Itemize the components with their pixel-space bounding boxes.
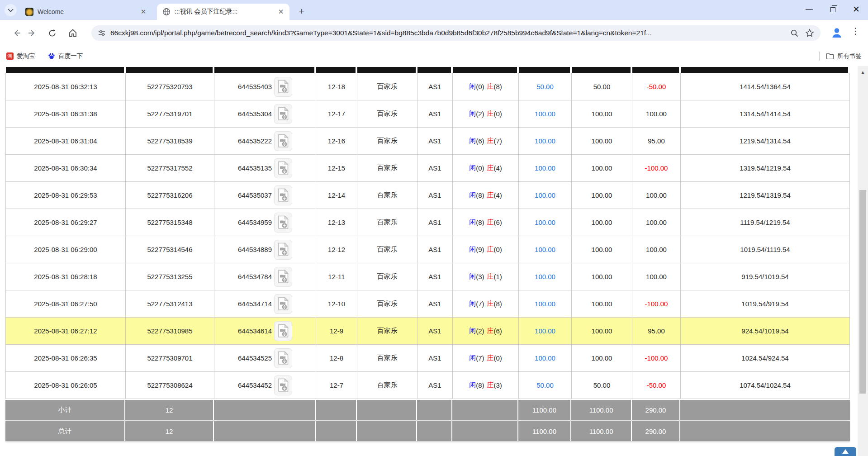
reload-button[interactable] [45,26,59,40]
table-row: 2025-08-31 06:26:05 522775308624 6445344… [6,372,850,399]
video-file-icon [277,134,289,148]
bet-id: 522775310985 [126,318,214,344]
banker-points: (0) [494,110,502,118]
win-loss: 95.00 [632,128,681,154]
bet-amount[interactable]: 100.00 [519,182,572,209]
restore-button[interactable] [821,0,844,18]
game-result: 闲(3)庄(1) [453,263,519,290]
bet-amount[interactable]: 100.00 [519,209,572,236]
win-loss: 100.00 [632,182,681,209]
folder-icon [826,52,834,60]
all-bookmarks-label: 所有书签 [837,52,862,60]
bookmark-taobao[interactable]: 淘 爱淘宝 [6,51,35,61]
round-id: 644534452 [238,381,272,389]
table-header-strip [6,67,850,73]
url-text: 66cxkj98.com/ipl/portal.php/game/betreco… [110,29,790,37]
bookmark-label: 爱淘宝 [17,52,35,60]
video-replay-button[interactable] [274,294,292,314]
banker-label: 庄 [487,354,494,362]
banker-points: (8) [494,300,502,308]
minimize-button[interactable]: — [797,0,821,18]
summary-win-loss: 290.00 [632,421,680,441]
back-button[interactable] [10,26,24,40]
scroll-top-button[interactable] [835,447,856,456]
profile-avatar-icon[interactable] [830,26,843,39]
account: AS1 [417,263,453,290]
vertical-scrollbar[interactable]: ▲ [858,66,868,456]
bet-amount[interactable]: 100.00 [519,100,572,127]
bet-amount[interactable]: 100.00 [519,345,572,371]
table-row: 2025-08-31 06:29:27 522775315348 6445349… [6,209,850,236]
new-tab-button[interactable]: + [295,5,308,18]
scrollbar-thumb[interactable] [859,190,866,394]
round-id: 644534714 [238,300,272,308]
bet-amount[interactable]: 100.00 [519,155,572,181]
video-replay-button[interactable] [274,213,292,233]
home-button[interactable] [66,26,80,40]
video-replay-button[interactable] [274,158,292,178]
game-result: 闲(0)庄(8) [453,73,519,100]
browser-menu-icon[interactable]: ⋮ [851,26,860,36]
win-loss: 100.00 [632,236,681,263]
bet-id: 522775312413 [126,290,214,317]
bet-amount[interactable]: 100.00 [519,236,572,263]
bookmark-baidu[interactable]: 百度一下 [48,51,83,61]
round-id: 644535037 [238,191,272,199]
address-bar[interactable]: 66cxkj98.com/ipl/portal.php/game/betreco… [91,25,821,41]
bet-time: 2025-08-31 06:29:27 [6,209,126,236]
tab-bet-record[interactable]: :::视讯 会员下注纪录::: ✕ [157,4,289,20]
round-id-cell: 644534614 [214,318,316,344]
round-id-cell: 644535304 [214,100,316,127]
account: AS1 [417,318,453,344]
round-id: 644534959 [238,218,272,226]
bet-amount[interactable]: 50.00 [519,372,572,399]
video-replay-button[interactable] [274,185,292,205]
balance: 919.54/1019.54 [681,263,850,290]
bet-time: 2025-08-31 06:31:04 [6,128,126,154]
game-result: 闲(8)庄(6) [453,209,519,236]
bookmark-star-icon[interactable] [805,28,814,38]
video-replay-button[interactable] [274,104,292,124]
bet-time: 2025-08-31 06:29:53 [6,182,126,209]
balance: 1119.54/1219.54 [681,209,850,236]
close-tab-icon[interactable]: ✕ [277,8,285,16]
round-id-cell: 644534889 [214,236,316,263]
all-bookmarks-button[interactable]: 所有书签 [819,51,862,61]
bet-amount[interactable]: 100.00 [519,290,572,317]
zoom-icon[interactable] [790,29,799,38]
bookmark-label: 百度一下 [58,52,83,60]
table-body: 2025-08-31 06:32:13 522775320793 6445354… [5,73,850,399]
video-replay-button[interactable] [274,348,292,368]
video-replay-button[interactable] [274,375,292,395]
scrollbar-up-arrow[interactable]: ▲ [858,70,868,75]
bet-amount[interactable]: 100.00 [519,128,572,154]
table-row: 2025-08-31 06:27:12 522775310985 6445346… [6,318,850,345]
tab-welcome[interactable]: Welcome ✕ [20,4,152,20]
round-id: 644535403 [238,83,272,90]
close-window-button[interactable]: ✕ [844,0,868,18]
video-replay-button[interactable] [274,77,292,97]
video-replay-button[interactable] [274,321,292,341]
player-label: 闲 [469,245,476,254]
video-file-icon [277,161,289,175]
bet-amount[interactable]: 100.00 [519,318,572,344]
site-favicon [25,8,33,16]
bet-amount[interactable]: 100.00 [519,263,572,290]
banker-label: 庄 [487,245,494,254]
video-replay-button[interactable] [274,240,292,260]
close-tab-icon[interactable]: ✕ [139,8,147,16]
account: AS1 [417,236,453,263]
round-id-cell: 644534714 [214,290,316,317]
bet-amount[interactable]: 50.00 [519,73,572,100]
game-name: 百家乐 [357,318,417,344]
banker-points: (6) [494,218,502,226]
site-settings-icon[interactable] [98,29,106,37]
video-replay-button[interactable] [274,267,292,287]
forward-button[interactable] [25,26,39,40]
table-number: 12-12 [316,236,357,263]
game-result: 闲(8)庄(4) [453,182,519,209]
bet-record-table: 2025-08-31 06:32:13 522775320793 6445354… [5,67,850,441]
tab-search-button[interactable] [5,4,17,16]
video-replay-button[interactable] [274,131,292,151]
bet-time: 2025-08-31 06:26:35 [6,345,126,371]
